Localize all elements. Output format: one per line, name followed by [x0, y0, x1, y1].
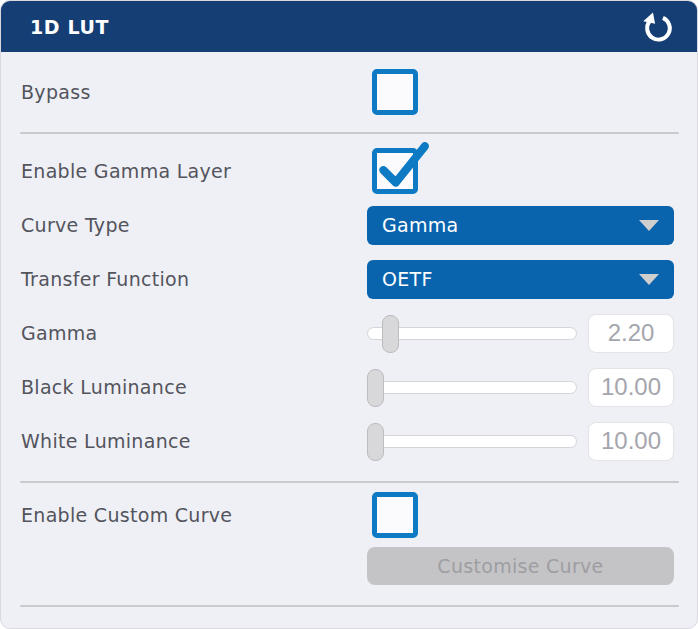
white-luminance-slider[interactable] [367, 435, 577, 448]
reset-icon [640, 9, 676, 45]
white-luminance-value-field[interactable]: 10.00 [588, 422, 674, 461]
gamma-slider[interactable] [367, 327, 577, 340]
white-luminance-slider-thumb[interactable] [367, 423, 384, 461]
enable-gamma-label: Enable Gamma Layer [21, 160, 367, 182]
white-luminance-row: White Luminance 10.00 [21, 414, 674, 468]
curve-type-value: Gamma [382, 214, 459, 236]
bypass-checkbox[interactable] [372, 69, 418, 115]
enable-custom-curve-row: Enable Custom Curve [21, 487, 674, 543]
panel-title: 1D LUT [30, 16, 109, 38]
panel-header: 1D LUT [1, 1, 697, 52]
gamma-value-field[interactable]: 2.20 [588, 314, 674, 353]
black-luminance-label: Black Luminance [21, 376, 367, 398]
transfer-function-value: OETF [382, 268, 433, 290]
black-luminance-slider[interactable] [367, 381, 577, 394]
curve-type-dropdown[interactable]: Gamma [367, 206, 674, 245]
bypass-section: Bypass [1, 52, 697, 132]
black-luminance-value-field[interactable]: 10.00 [588, 368, 674, 407]
black-luminance-slider-thumb[interactable] [367, 369, 384, 407]
black-luminance-row: Black Luminance 10.00 [21, 360, 674, 414]
bypass-row: Bypass [21, 65, 674, 119]
enable-gamma-checkbox[interactable] [372, 148, 418, 194]
chevron-down-icon [639, 220, 659, 231]
check-icon [373, 140, 429, 196]
enable-custom-curve-checkbox[interactable] [372, 492, 418, 538]
curve-type-row: Curve Type Gamma [21, 198, 674, 252]
gamma-slider-thumb[interactable] [382, 315, 399, 353]
enable-custom-curve-label: Enable Custom Curve [21, 504, 367, 526]
white-luminance-label: White Luminance [21, 430, 367, 452]
chevron-down-icon [639, 274, 659, 285]
1d-lut-panel: 1D LUT Bypass Enable Gamma Layer [0, 0, 698, 629]
transfer-function-dropdown[interactable]: OETF [367, 260, 674, 299]
bypass-label: Bypass [21, 81, 367, 103]
curve-type-label: Curve Type [21, 214, 367, 236]
transfer-function-label: Transfer Function [21, 268, 367, 290]
gamma-layer-section: Enable Gamma Layer Curve Type Gamma Tran… [1, 134, 697, 481]
reset-button[interactable] [639, 8, 677, 46]
panel-footer-space [1, 607, 697, 629]
custom-curve-section: Enable Custom Curve Customise Curve [1, 483, 697, 605]
gamma-row: Gamma 2.20 [21, 306, 674, 360]
gamma-label: Gamma [21, 322, 367, 344]
customise-curve-button[interactable]: Customise Curve [367, 547, 674, 585]
transfer-function-row: Transfer Function OETF [21, 252, 674, 306]
enable-gamma-row: Enable Gamma Layer [21, 144, 674, 198]
